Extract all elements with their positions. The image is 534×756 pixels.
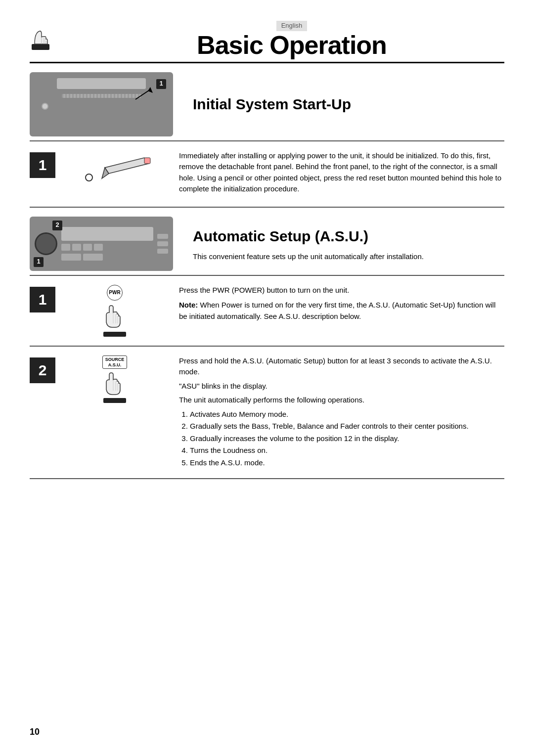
svg-point-6 <box>86 174 92 181</box>
language-label: English <box>276 21 308 31</box>
asu-section-text: Automatic Setup (A.S.U.) This convenient… <box>193 225 504 262</box>
list-item: Ends the A.S.U. mode. <box>190 457 504 469</box>
step-2-asu: 2 SOURCE A.S.U. Press and hold the A.S.U… <box>30 347 504 480</box>
arrow-line <box>131 87 155 102</box>
asu-badge-2: 2 <box>52 221 62 230</box>
step-1-isu-text: Immediately after installing or applying… <box>179 150 504 198</box>
asu-display <box>61 227 153 241</box>
step-2-text3: The unit automatically performs the foll… <box>179 395 504 406</box>
step-2-main: Press and hold the A.S.U. (Automatic Set… <box>179 356 504 378</box>
list-item: Activates Auto Memory mode. <box>190 409 504 420</box>
header-icon-area <box>30 25 69 58</box>
list-item: Turns the Loudness on. <box>190 445 504 456</box>
page: English Basic Operation 1 Initial <box>0 0 534 756</box>
isu-heading: Initial System Start-Up <box>193 93 504 115</box>
device-asu-image: 2 1 <box>30 217 178 271</box>
source-label: SOURCE A.S.U. <box>102 356 128 369</box>
step-1-isu: 1 Immediately after installing or applyi… <box>30 141 504 208</box>
step-2-asu-text: Press and hold the A.S.U. (Automatic Set… <box>179 356 504 470</box>
step-number-1-asu: 1 <box>30 287 55 312</box>
step-1-asu-note: Note: When Power is turned on for the ve… <box>179 300 504 322</box>
header-title-block: English Basic Operation <box>79 20 504 58</box>
badge-1: 1 <box>156 79 166 89</box>
asu-badge-1: 1 <box>34 257 44 267</box>
list-item: Gradually sets the Bass, Treble, Balance… <box>190 421 504 432</box>
dots-display <box>62 94 141 98</box>
section-isu-header: 1 Initial System Start-Up <box>30 63 504 141</box>
svg-marker-5 <box>148 87 153 93</box>
list-item: Gradually increases the volume to the po… <box>190 433 504 445</box>
pencil-reset-icon <box>75 153 154 192</box>
device-isu-image: 1 <box>30 72 178 136</box>
asu-heading: Automatic Setup (A.S.U.) <box>193 225 504 247</box>
asu-subtext: This convenient feature sets up the unit… <box>193 251 504 262</box>
step-1-asu-icon: PWR <box>65 285 164 337</box>
step-1-isu-icon <box>65 150 164 195</box>
page-header: English Basic Operation <box>30 20 504 63</box>
step-number-2-asu: 2 <box>30 357 55 383</box>
step-1-asu-main: Press the PWR (POWER) button to turn on … <box>179 285 504 296</box>
circle-button <box>42 103 48 110</box>
svg-rect-10 <box>144 158 150 164</box>
section-asu-header: 2 1 Automatic Setup (A.S.U.) This conven… <box>30 208 504 276</box>
svg-rect-0 <box>32 44 49 50</box>
page-title: Basic Operation <box>79 32 504 58</box>
pwr-hand-icon <box>101 303 129 330</box>
svg-marker-7 <box>105 158 148 174</box>
btn-bar <box>103 332 126 337</box>
source-hand-icon <box>101 370 129 397</box>
pwr-button-illustration: PWR <box>101 285 129 337</box>
step-number-1: 1 <box>30 152 55 178</box>
step-2-list: Activates Auto Memory mode.Gradually set… <box>179 409 504 469</box>
asu-knob <box>35 232 57 255</box>
step-2-text2: "ASU" blinks in the display. <box>179 381 504 392</box>
step-1-asu-text: Press the PWR (POWER) button to turn on … <box>179 285 504 325</box>
source-asu-illustration: SOURCE A.S.U. <box>101 356 129 403</box>
step-2-asu-icon: SOURCE A.S.U. <box>65 356 164 403</box>
step-1-asu: 1 PWR Press the PWR (POWER) button to tu… <box>30 276 504 347</box>
pwr-label: PWR <box>107 285 123 301</box>
btn-bar-2 <box>103 398 126 403</box>
hand-pointer-icon <box>30 25 64 55</box>
page-number: 10 <box>30 725 40 738</box>
